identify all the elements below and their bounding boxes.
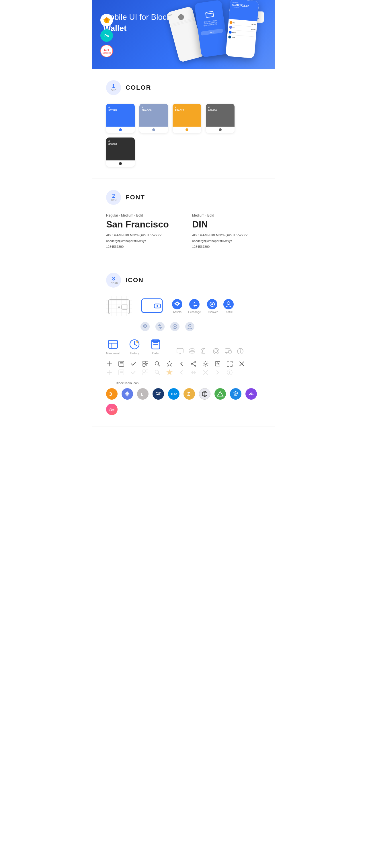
hero-section: Mobile UI for Blockchain Wallet UI Kit P… xyxy=(92,0,275,69)
info-faded xyxy=(227,369,233,376)
info-icon xyxy=(236,347,244,355)
color-card-gray: #666666 xyxy=(206,104,234,133)
svg-point-68 xyxy=(155,362,159,365)
svg-marker-53 xyxy=(226,353,227,354)
close-icon xyxy=(238,361,245,367)
list-edit-icon xyxy=(118,361,124,367)
svg-marker-110 xyxy=(234,393,237,395)
chat-icon xyxy=(176,347,184,355)
svg-rect-12 xyxy=(121,305,128,309)
discover-icon-gray xyxy=(170,322,179,331)
nav-icons-gray xyxy=(140,322,261,331)
svg-point-51 xyxy=(215,350,218,353)
history-icon xyxy=(128,338,141,351)
wallet-wireframe-svg xyxy=(106,296,132,316)
svg-rect-11 xyxy=(108,300,130,314)
order-icon-item: Order xyxy=(149,338,162,355)
profile-icon-item: Profile xyxy=(223,299,234,314)
svg-rect-14 xyxy=(142,299,162,313)
qr-icon xyxy=(142,361,148,367)
btc-icon: ₿ xyxy=(106,388,117,400)
color-section-num: 1 ONE xyxy=(106,80,121,95)
color-card-orange: #F5A623 xyxy=(173,104,201,133)
misc-icons-row xyxy=(176,347,244,355)
bottom-nav-icons: Mangment History Order xyxy=(106,338,261,355)
svg-point-73 xyxy=(191,363,192,364)
order-icon xyxy=(149,338,162,351)
svg-point-26 xyxy=(144,326,146,327)
svg-text:Z: Z xyxy=(187,392,190,397)
svg-line-90 xyxy=(158,373,160,375)
font-block-sf: Regular · Medium · Bold San Francisco AB… xyxy=(106,213,175,249)
wallet-icons-row: Assets Exchange Discover xyxy=(106,296,261,316)
svg-marker-99 xyxy=(125,391,130,395)
color-card-dark: #303030 xyxy=(106,137,135,167)
svg-point-22 xyxy=(211,303,213,305)
exchange-icon-gray xyxy=(156,322,165,331)
profile-icon xyxy=(223,299,234,309)
search-faded xyxy=(154,369,161,376)
discover-icon-item: Discover xyxy=(206,299,218,314)
svg-text:₿: ₿ xyxy=(110,392,112,397)
svg-rect-33 xyxy=(108,340,117,348)
back-faded xyxy=(178,369,185,376)
grid-icon xyxy=(199,388,210,400)
wallet-colored-icon xyxy=(140,297,163,316)
moon-icon xyxy=(200,347,208,355)
plus-icon xyxy=(106,361,112,367)
screens-badge: 60+ Screens xyxy=(101,45,113,57)
svg-point-16 xyxy=(157,305,158,307)
color-section-header: 1 ONE COLOR xyxy=(106,80,261,95)
divider-line xyxy=(106,383,113,383)
color-card-blue: #3574FA xyxy=(106,104,135,133)
assets-icon-gray xyxy=(140,322,150,331)
management-icon-item: Mangment xyxy=(106,338,119,355)
icon-section-title: ICON xyxy=(125,276,144,284)
svg-rect-46 xyxy=(177,348,183,353)
star-active-icon xyxy=(166,369,173,376)
eth-icon xyxy=(121,388,133,400)
blockchain-divider: BlockChain Icon xyxy=(106,381,261,385)
waves-icon xyxy=(152,388,164,400)
font-name-din: DIN xyxy=(192,219,261,230)
x-faded xyxy=(202,369,209,376)
plus-icon-faded xyxy=(106,369,112,376)
color-section-title: COLOR xyxy=(125,84,151,91)
icon-section: 3 THREE ICON xyxy=(92,261,275,427)
management-icon xyxy=(107,338,119,351)
svg-text:DASH: DASH xyxy=(171,392,177,396)
svg-rect-64 xyxy=(143,361,145,364)
colors-row: #3574FA #8DA0C8 #F5A623 #666666 #303030 xyxy=(106,104,261,167)
tool-icons-row-faded xyxy=(106,369,261,376)
search-icon xyxy=(154,361,161,367)
svg-line-74 xyxy=(192,362,195,364)
icon-section-num: 3 THREE xyxy=(106,273,121,288)
matic-icon xyxy=(246,388,257,400)
svg-point-50 xyxy=(213,348,219,354)
sketch-badge xyxy=(101,14,113,26)
check-icon xyxy=(130,361,137,367)
list-faded xyxy=(118,369,124,376)
hero-badges: Ps 60+ Screens xyxy=(101,14,113,57)
settings-icon xyxy=(202,361,209,367)
exchange-icon-item: Exchange xyxy=(188,299,201,314)
svg-point-13 xyxy=(118,306,120,308)
font-name-sf: San Francisco xyxy=(106,219,175,230)
forward-faded xyxy=(215,369,221,376)
nav-icons-colored: Assets Exchange Discover xyxy=(172,299,234,314)
svg-point-27 xyxy=(156,322,165,331)
resize-icon xyxy=(227,361,233,367)
font-section-header: 2 TWO FONT xyxy=(106,190,261,205)
svg-point-49 xyxy=(189,349,195,350)
svg-marker-108 xyxy=(217,392,223,396)
svg-rect-66 xyxy=(143,364,145,366)
exchange-icon xyxy=(189,299,200,309)
color-section: 1 ONE COLOR #3574FA #8DA0C8 #F5A623 #666… xyxy=(92,69,275,179)
font-row: Regular · Medium · Bold San Francisco AB… xyxy=(106,213,261,249)
svg-point-57 xyxy=(240,349,241,350)
svg-marker-91 xyxy=(167,370,172,375)
star-icon xyxy=(166,361,173,367)
sushi-icon xyxy=(106,404,117,415)
font-section: 2 TWO FONT Regular · Medium · Bold San F… xyxy=(92,179,275,261)
augur-icon xyxy=(215,388,226,400)
